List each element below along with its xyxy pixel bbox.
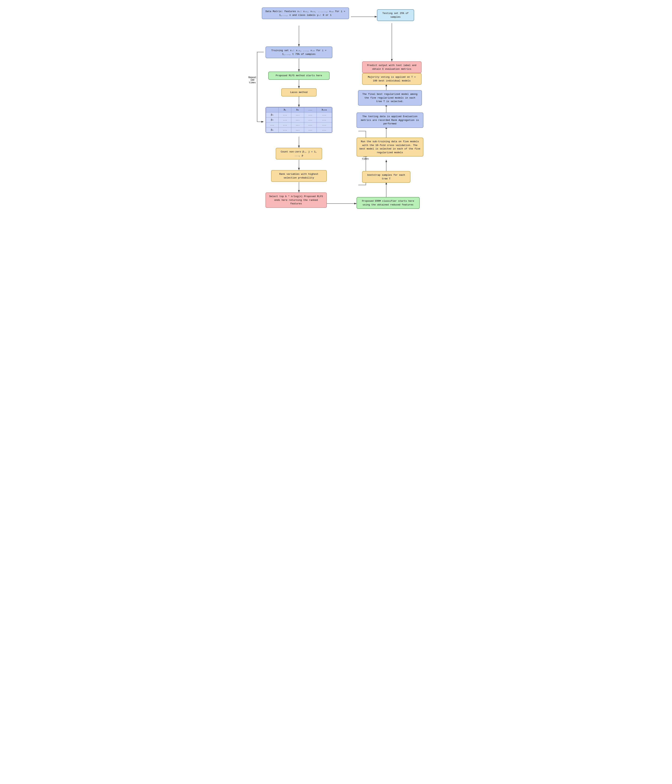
count-nonzero-text: Count non-zero βⱼ, j = 1, ..., p (281, 150, 317, 157)
predict-output-box: Predict output with test label and obtai… (362, 61, 422, 73)
lasso-text: Lasso method (290, 91, 308, 94)
rlfs-start-box: Proposed RLFS method starts here (268, 72, 330, 80)
table-header-lambda100: λ₁₀₀ (317, 107, 332, 112)
table-cell: ... (317, 118, 332, 123)
table-cell: ... (317, 112, 332, 118)
table-header-lambda1: λ₁ (278, 107, 291, 112)
table-cell-betap: βₚ (266, 128, 278, 132)
training-set-text: Training set xⱼ: xⱼ₁, ..., xⱼₚ for i = 1… (271, 49, 326, 56)
bootstrap-samples-text: bootstrap samples for each tree T (367, 174, 405, 180)
flowchart-diagram: Repeat 100 times Bootstrap100times Data … (247, 4, 425, 227)
table-cell: ... (278, 118, 291, 123)
testing-applied-box: The testing data is applied Evaluation m… (357, 112, 424, 128)
table-cell: ... (304, 123, 317, 128)
table-cell: ... (304, 118, 317, 123)
final-best-model-box: The final best regularized model among t… (358, 90, 422, 106)
data-matrix-text: Data Matrix: features xᵢ: xᵢ₁, xᵢ₂, ....… (265, 10, 345, 17)
table-cell: ... (291, 123, 304, 128)
table-cell: ... (317, 128, 332, 132)
lasso-box: Lasso method (281, 88, 317, 96)
table-cell: ... (291, 118, 304, 123)
count-nonzero-box: Count non-zero βⱼ, j = 1, ..., p (276, 148, 322, 160)
table-cell: ... (278, 128, 291, 132)
rank-variables-box: Rank variables with highest selection pr… (271, 170, 327, 182)
testing-set-text: Testing set 25% of samples (382, 12, 408, 19)
table-cell: ... (304, 112, 317, 118)
run-subtraining-box: Run the sub-training data on five models… (357, 138, 424, 157)
table-row: β₁ ... ... ... ... (266, 112, 332, 118)
testing-set-box: Testing set 25% of samples (377, 9, 414, 21)
table-cell: ... (278, 123, 291, 128)
errm-classifier-text: Proposed ERRM classifier starts here usi… (362, 200, 414, 206)
lasso-table: λ₁ λ₂ ... λ₁₀₀ β₁ ... ... ... ... β₂ ... (266, 107, 332, 132)
repeat-label: Repeat 100 times (248, 76, 257, 84)
table-cell: ... (291, 128, 304, 132)
table-cell-beta2: β₂ (266, 118, 278, 123)
table-header-dots: ... (304, 107, 317, 112)
training-set-box: Training set xⱼ: xⱼ₁, ..., xⱼₚ for i = 1… (265, 47, 332, 58)
table-cell: ... (278, 112, 291, 118)
table-row: ... ... ... ... ... (266, 123, 332, 128)
select-top-text: Select top b * n/log(n) Proposed RLFS en… (269, 195, 323, 205)
errm-classifier-box: Proposed ERRM classifier starts here usi… (357, 197, 420, 209)
table-cell: ... (291, 112, 304, 118)
data-matrix-box: Data Matrix: features xᵢ: xᵢ₁, xᵢ₂, ....… (262, 8, 349, 19)
majority-voting-box: Majority voting is applied on T = 100 be… (362, 73, 422, 85)
table-header-lambda2: λ₂ (291, 107, 304, 112)
rank-variables-text: Rank variables with highest selection pr… (279, 173, 318, 179)
table-header-empty (266, 107, 278, 112)
table-row: βₚ ... ... ... ... (266, 128, 332, 132)
predict-output-text: Predict output with test label and obtai… (367, 64, 416, 70)
lasso-table-box: λ₁ λ₂ ... λ₁₀₀ β₁ ... ... ... ... β₂ ... (265, 107, 332, 133)
table-cell: ... (317, 123, 332, 128)
final-best-model-text: The final best regularized model among t… (362, 93, 417, 103)
rlfs-start-text: Proposed RLFS method starts here (276, 74, 322, 77)
run-subtraining-text: Run the sub-training data on five models… (360, 140, 421, 154)
table-cell-dots: ... (266, 123, 278, 128)
select-top-box: Select top b * n/log(n) Proposed RLFS en… (265, 193, 327, 208)
bootstrap-samples-box: bootstrap samples for each tree T (362, 171, 410, 183)
testing-applied-text: The testing data is applied Evaluation m… (361, 115, 419, 125)
majority-voting-text: Majority voting is applied on T = 100 be… (368, 76, 416, 82)
table-cell-beta1: β₁ (266, 112, 278, 118)
table-row: β₂ ... ... ... ... (266, 118, 332, 123)
table-cell: ... (304, 128, 317, 132)
